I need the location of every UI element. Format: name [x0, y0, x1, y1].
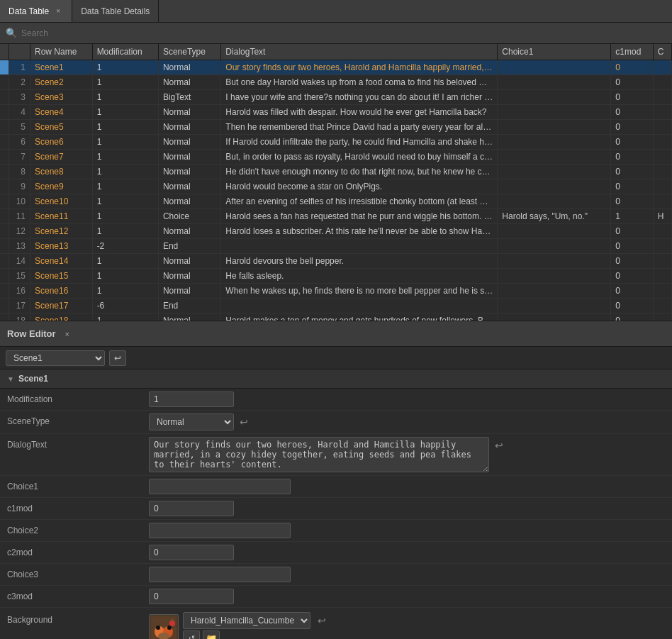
row-selected-indicator	[0, 284, 9, 299]
svg-point-3	[156, 626, 160, 630]
data-table: Row Name Modification SceneType DialogTe…	[0, 44, 672, 321]
row-c1mod: 0	[611, 179, 653, 194]
col-row-num[interactable]	[9, 44, 30, 60]
table-row[interactable]: 7Scene71NormalBut, in order to pass as r…	[0, 150, 672, 165]
c2mod-input[interactable]	[149, 545, 234, 560]
choice1-row: Choice1	[0, 476, 672, 498]
row-number: 17	[9, 299, 30, 313]
row-choice1	[498, 75, 611, 90]
row-number: 1	[9, 60, 30, 75]
table-row[interactable]: 2Scene21NormalBut one day Harold wakes u…	[0, 75, 672, 90]
table-row[interactable]: 1Scene11NormalOur story finds our two he…	[0, 60, 672, 75]
row-modification: 1	[92, 60, 158, 75]
row-scene-name: Scene1	[30, 60, 93, 75]
row-selected-indicator	[0, 254, 9, 269]
bg-folder-button[interactable]: 📁	[203, 630, 220, 639]
row-modification: 1	[92, 194, 158, 209]
tab-data-table-close[interactable]: ×	[53, 6, 63, 16]
bg-refresh-button[interactable]: ↺	[183, 630, 200, 639]
dialog-text-input[interactable]: Our story finds our two heroes, Harold a…	[149, 437, 489, 472]
scene-type-select[interactable]: Normal BigText Choice End	[149, 413, 234, 430]
row-extra	[653, 60, 671, 75]
row-scene-name: Scene16	[30, 284, 93, 299]
modification-input[interactable]	[149, 391, 234, 407]
search-input[interactable]	[21, 28, 666, 38]
row-dialog-text: He didn't have enough money to do that r…	[221, 165, 498, 179]
table-row[interactable]: 14Scene141NormalHarold devours the bell …	[0, 254, 672, 269]
row-c1mod: 1	[611, 209, 653, 224]
table-row[interactable]: 4Scene41NormalHarold was filled with des…	[0, 105, 672, 120]
background-label: Background	[7, 612, 149, 625]
table-row[interactable]: 17Scene17-6End0	[0, 299, 672, 313]
choice1-label: Choice1	[7, 479, 149, 491]
choice3-value-container	[149, 567, 665, 582]
table-row[interactable]: 13Scene13-2End0	[0, 239, 672, 254]
table-row[interactable]: 11Scene111ChoiceHarold sees a fan has re…	[0, 209, 672, 224]
table-row[interactable]: 3Scene31BigTextI have your wife and ther…	[0, 90, 672, 105]
row-extra	[653, 284, 671, 299]
svg-point-4	[167, 626, 172, 630]
reset-button[interactable]: ↩	[109, 350, 126, 366]
col-c1mod[interactable]: c1mod	[611, 44, 653, 60]
background-reset[interactable]: ↩	[318, 615, 326, 626]
row-number: 7	[9, 150, 30, 165]
row-extra: H	[653, 209, 671, 224]
row-editor-close[interactable]: ×	[62, 328, 73, 340]
table-row[interactable]: 18Scene181NormalHarold makes a ton of mo…	[0, 313, 672, 321]
choice2-input[interactable]	[149, 523, 291, 538]
tab-data-table[interactable]: Data Table ×	[0, 0, 72, 22]
data-table-container: Row Name Modification SceneType DialogTe…	[0, 44, 672, 321]
scene-section-header: ▼ Scene1	[0, 369, 672, 389]
row-extra	[653, 179, 671, 194]
row-editor-content: Modification SceneType Normal BigText Ch…	[0, 389, 672, 639]
col-dialog-text[interactable]: DialogText	[221, 44, 498, 60]
choice3-input[interactable]	[149, 567, 291, 582]
row-c1mod: 0	[611, 105, 653, 120]
table-row[interactable]: 5Scene51NormalThen he remembered that Pr…	[0, 120, 672, 135]
row-selected-indicator	[0, 239, 9, 254]
col-scene-type[interactable]: SceneType	[158, 44, 220, 60]
tab-data-table-details[interactable]: Data Table Details	[72, 0, 159, 22]
table-row[interactable]: 10Scene101NormalAfter an evening of self…	[0, 194, 672, 209]
row-editor-header: Row Editor ×	[0, 321, 672, 347]
table-row[interactable]: 16Scene161NormalWhen he wakes up, he fin…	[0, 284, 672, 299]
dialog-text-reset[interactable]: ↩	[495, 440, 503, 451]
row-scene-type: Normal	[158, 224, 220, 239]
row-number: 9	[9, 179, 30, 194]
scene-selector[interactable]: Scene1 Scene2 Scene3	[6, 350, 105, 366]
row-c1mod: 0	[611, 60, 653, 75]
choice1-input[interactable]	[149, 479, 291, 494]
table-row[interactable]: 8Scene81NormalHe didn't have enough mone…	[0, 165, 672, 179]
scene-type-label: SceneType	[7, 413, 149, 426]
bg-select-row: Harold_Hamcilla_Cucumber None	[183, 612, 310, 629]
c1mod-input[interactable]	[149, 501, 234, 516]
table-row[interactable]: 15Scene151NormalHe falls asleep.0	[0, 269, 672, 284]
row-choice1	[498, 120, 611, 135]
row-extra	[653, 239, 671, 254]
row-selected-indicator	[0, 194, 9, 209]
background-select[interactable]: Harold_Hamcilla_Cucumber None	[183, 612, 310, 629]
c3mod-input[interactable]	[149, 589, 234, 604]
col-modification[interactable]: Modification	[92, 44, 158, 60]
col-row-name[interactable]: Row Name	[30, 44, 93, 60]
background-preview	[149, 614, 179, 639]
row-choice1	[498, 299, 611, 313]
col-choice1[interactable]: Choice1	[498, 44, 611, 60]
row-scene-type: End	[158, 299, 220, 313]
table-row[interactable]: 9Scene91NormalHarold would become a star…	[0, 179, 672, 194]
choice2-value-container	[149, 523, 665, 538]
row-scene-name: Scene5	[30, 120, 93, 135]
col-extra[interactable]: C	[653, 44, 671, 60]
row-extra	[653, 224, 671, 239]
row-selected-indicator	[0, 105, 9, 120]
row-extra	[653, 165, 671, 179]
row-scene-name: Scene15	[30, 269, 93, 284]
row-scene-type: Normal	[158, 135, 220, 150]
table-row[interactable]: 6Scene61NormalIf Harold could infiltrate…	[0, 135, 672, 150]
bg-action-row: ↺ 📁	[183, 630, 310, 639]
table-row[interactable]: 12Scene121NormalHarold loses a subscribe…	[0, 224, 672, 239]
scene-type-reset[interactable]: ↩	[240, 416, 248, 428]
row-number: 12	[9, 224, 30, 239]
c1mod-value-container	[149, 501, 665, 516]
choice3-row: Choice3	[0, 564, 672, 586]
